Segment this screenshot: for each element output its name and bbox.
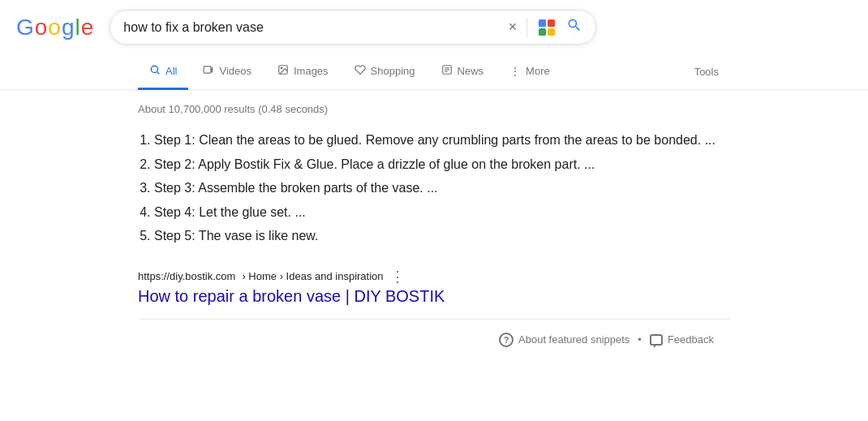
search-bar: × bbox=[110, 10, 596, 45]
svg-rect-2 bbox=[539, 28, 546, 36]
svg-rect-6 bbox=[204, 67, 212, 73]
result-title-link[interactable]: How to repair a broken vase | DIY BOSTIK bbox=[138, 287, 730, 309]
svg-rect-0 bbox=[539, 19, 546, 27]
logo-letter-o2: o bbox=[48, 15, 61, 41]
shopping-icon bbox=[355, 64, 366, 78]
divider bbox=[526, 18, 527, 37]
nav-tab-more[interactable]: ⋮ More bbox=[498, 55, 561, 90]
google-logo[interactable]: Google bbox=[16, 15, 93, 41]
svg-rect-3 bbox=[548, 28, 555, 36]
snippet-info[interactable]: ? About featured snippets bbox=[499, 333, 630, 347]
more-icon: ⋮ bbox=[509, 65, 521, 78]
logo-letter-g: G bbox=[16, 15, 34, 41]
result-url-row: https://diy.bostik.com › Home › Ideas an… bbox=[138, 261, 730, 287]
nav-tab-images-label: Images bbox=[294, 65, 329, 77]
results-area: About 10,700,000 results (0.48 seconds) … bbox=[0, 90, 868, 360]
videos-icon bbox=[203, 64, 214, 78]
result-options-icon[interactable]: ⋮ bbox=[390, 268, 405, 286]
logo-letter-l: l bbox=[75, 15, 80, 41]
logo-letter-e: e bbox=[81, 15, 94, 41]
svg-point-9 bbox=[281, 67, 282, 69]
nav-tabs: All Videos Images Shopping News ⋮ More T… bbox=[0, 54, 868, 90]
images-icon bbox=[277, 64, 289, 78]
feedback-label: Feedback bbox=[668, 333, 714, 346]
snippet-step-1: Step 1: Clean the areas to be glued. Rem… bbox=[154, 128, 730, 153]
nav-tab-all[interactable]: All bbox=[138, 54, 188, 90]
nav-tab-images[interactable]: Images bbox=[266, 54, 340, 90]
snippet-step-3: Step 3: Assemble the broken parts of the… bbox=[154, 176, 730, 200]
snippet-step-4: Step 4: Let the glue set. ... bbox=[154, 200, 730, 225]
question-icon: ? bbox=[499, 333, 513, 347]
snippet-step-5: Step 5: The vase is like new. bbox=[154, 224, 730, 248]
logo-letter-g2: g bbox=[62, 15, 75, 41]
clear-icon[interactable]: × bbox=[509, 19, 518, 36]
feedback-button[interactable]: Feedback bbox=[650, 333, 714, 346]
snippet-info-label: About featured snippets bbox=[518, 333, 630, 346]
result-url: https://diy.bostik.com bbox=[138, 270, 235, 282]
snippet-steps-list: Step 1: Clean the areas to be glued. Rem… bbox=[138, 128, 730, 248]
nav-tab-news-label: News bbox=[458, 65, 484, 77]
search-bar-actions: × bbox=[509, 17, 583, 37]
svg-line-5 bbox=[157, 72, 160, 75]
svg-point-4 bbox=[151, 66, 157, 72]
bottom-divider bbox=[138, 319, 730, 320]
search-input[interactable] bbox=[123, 20, 500, 35]
lens-icon[interactable] bbox=[537, 18, 556, 37]
feedback-icon bbox=[650, 334, 663, 346]
nav-tab-news[interactable]: News bbox=[430, 54, 496, 90]
nav-tab-more-label: More bbox=[526, 65, 550, 77]
all-icon bbox=[149, 64, 161, 78]
nav-tab-videos-label: Videos bbox=[219, 65, 251, 77]
nav-tab-all-label: All bbox=[165, 65, 177, 77]
snippet-step-2: Step 2: Apply Bostik Fix & Glue. Place a… bbox=[154, 153, 730, 177]
search-submit-icon[interactable] bbox=[566, 17, 582, 37]
nav-tab-shopping-label: Shopping bbox=[371, 65, 415, 77]
tools-button[interactable]: Tools bbox=[683, 56, 730, 88]
header: Google × bbox=[0, 0, 868, 54]
footer-dot: • bbox=[638, 333, 642, 346]
nav-tab-shopping[interactable]: Shopping bbox=[343, 54, 427, 90]
nav-tab-videos[interactable]: Videos bbox=[191, 54, 263, 90]
news-icon bbox=[441, 64, 453, 78]
footer-bar: ? About featured snippets • Feedback bbox=[138, 326, 730, 354]
results-count: About 10,700,000 results (0.48 seconds) bbox=[138, 97, 730, 128]
svg-rect-1 bbox=[548, 19, 555, 27]
result-breadcrumb: › Home › Ideas and inspiration bbox=[242, 270, 383, 282]
logo-letter-o1: o bbox=[35, 15, 48, 41]
